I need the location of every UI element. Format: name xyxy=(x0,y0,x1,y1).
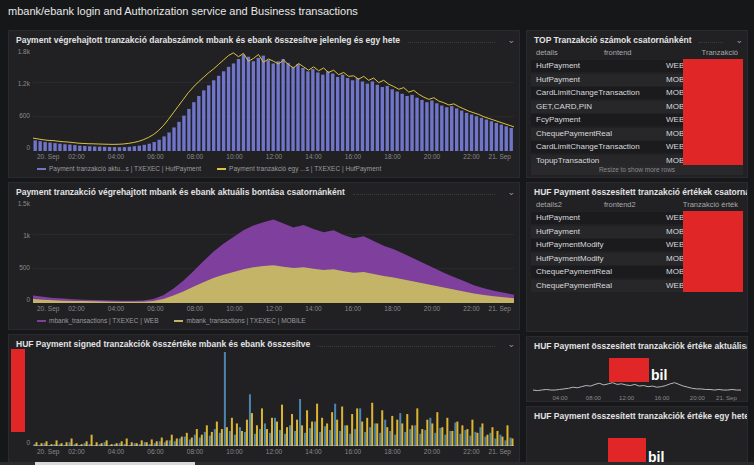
x-tick-label: 20:00 xyxy=(424,448,440,455)
panel-title-rule xyxy=(408,41,495,43)
panel-header: HUF Payment signed tranzakciók összérték… xyxy=(9,335,519,350)
x-tick-label: 10:00 xyxy=(226,305,242,312)
y-tick-label: 1k xyxy=(23,232,30,239)
panel-title[interactable]: HUF Payment összesített tranzakció érték… xyxy=(534,187,748,197)
payment-count-chart[interactable] xyxy=(33,48,514,151)
x-tick-label: 04:00 xyxy=(108,153,124,160)
chevron-down-icon[interactable]: ⌄ xyxy=(735,36,743,44)
panel-huf-value-current: HUF Payment összesített tranzakciók érté… xyxy=(526,336,748,402)
panel-header: TOP Tranzakció számok csatornánként ⌄ xyxy=(527,31,747,46)
cell-details: ChequePaymentReal xyxy=(536,280,666,292)
table-footer[interactable]: Resize to show more rows xyxy=(531,165,743,175)
x-tick-label: 04:00 xyxy=(553,395,568,401)
huf-signed-value-chart[interactable] xyxy=(33,350,514,446)
chevron-down-icon[interactable]: ⌄ xyxy=(507,188,515,196)
cell-details: HufPaymentModify xyxy=(536,253,666,265)
panel-title-rule xyxy=(699,41,723,43)
legend-item[interactable]: Payment tranzakció egy ...s | TXEXEC | H… xyxy=(217,165,381,172)
panel-title[interactable]: Payment tranzakció végrehajtott mbank és… xyxy=(16,187,345,197)
x-tick-label: 18:00 xyxy=(384,448,400,455)
panel-title-rule xyxy=(318,345,495,347)
cell-details: CardLimitChangeTransaction xyxy=(536,141,666,153)
panel-title[interactable]: HUF Payment signed tranzakciók összérték… xyxy=(16,339,310,349)
y-tick-label: 0 xyxy=(26,144,30,151)
x-tick-label: 14:00 xyxy=(305,305,321,312)
sparkline-x-axis: 04:0008:0012:0016:0020:0021. Sep xyxy=(533,395,741,402)
legend-label: mbank_transactions | TXEXEC | MOBILE xyxy=(186,317,305,324)
x-tick-label: 20. Sep xyxy=(37,305,59,312)
cell-details: FcyPayment xyxy=(536,114,666,126)
y-tick-label: 1.8k xyxy=(18,48,30,55)
x-tick-label: 22:00 xyxy=(463,305,479,312)
redacted-value-block xyxy=(609,358,649,382)
x-axis: 20. Sep02:0004:0006:0008:0010:0012:0014:… xyxy=(37,448,511,456)
redacted-value-block xyxy=(683,211,743,292)
legend-label: Payment tranzakció egy ...s | TXEXEC | H… xyxy=(229,165,381,172)
legend-swatch-icon xyxy=(217,168,226,170)
panel-header: Payment végrehajtott tranzakció darabszá… xyxy=(9,31,519,46)
panel-title[interactable]: HUF Payment összesített tranzakciók érté… xyxy=(534,411,748,421)
x-tick-label: 21. Sep xyxy=(489,153,511,160)
panel-title[interactable]: Payment végrehajtott tranzakció darabszá… xyxy=(16,35,400,45)
redacted-value-block xyxy=(608,438,646,463)
x-axis: 20. Sep02:0004:0006:0008:0010:0012:0014:… xyxy=(37,153,511,161)
column-header[interactable]: details2 xyxy=(536,200,604,209)
panel-header: Payment tranzakció végrehajtott mbank és… xyxy=(9,183,519,198)
x-tick-label: 10:00 xyxy=(226,153,242,160)
panel-title[interactable]: TOP Tranzakció számok csatornánként xyxy=(534,35,691,45)
x-tick-label: 18:00 xyxy=(384,153,400,160)
panel-header: HUF Payment összesített tranzakciók érté… xyxy=(527,337,747,352)
x-tick-label: 04:00 xyxy=(108,448,124,455)
panel-header: HUF Payment összesített tranzakció érték… xyxy=(527,183,747,198)
legend-swatch-icon xyxy=(174,320,183,322)
y-tick-label: 0 xyxy=(26,296,30,303)
x-tick-label: 20:00 xyxy=(424,305,440,312)
cell-details: ChequePaymentReal xyxy=(536,128,666,140)
y-tick-label: 600 xyxy=(19,112,30,119)
x-tick-label: 02:00 xyxy=(68,448,84,455)
x-tick-label: 02:00 xyxy=(68,153,84,160)
cell-details: GET,CARD,PIN xyxy=(536,101,666,113)
legend-item[interactable]: Payment tranzakció aktu...s | TXEXEC | H… xyxy=(37,165,201,172)
panel-title[interactable]: HUF Payment összesített tranzakciók érté… xyxy=(534,341,748,351)
x-tick-label: 20:00 xyxy=(424,153,440,160)
payment-channel-chart[interactable] xyxy=(33,200,514,303)
legend-item[interactable]: mbank_transactions | TXEXEC | MOBILE xyxy=(174,317,305,324)
cell-details: HufPaymentModify xyxy=(536,239,666,251)
redacted-value-block xyxy=(683,59,743,168)
legend-label: mbank_transactions | TXEXEC | WEB xyxy=(49,317,158,324)
dashboard-header: mbank/ebank login and Authorization serv… xyxy=(0,0,754,26)
cell-details: HufPayment xyxy=(536,226,666,238)
x-tick-label: 08:00 xyxy=(586,395,601,401)
column-header[interactable]: Tranzakció érték xyxy=(676,200,738,209)
huf-value-sparkline[interactable] xyxy=(533,381,741,394)
x-tick-label: 21. Sep xyxy=(489,448,511,455)
y-tick-label: 0 xyxy=(26,439,30,446)
chevron-down-icon[interactable]: ⌄ xyxy=(507,36,515,44)
x-tick-label: 04:00 xyxy=(108,305,124,312)
y-tick-label: 500 xyxy=(19,264,30,271)
legend-item[interactable]: mbank_transactions | TXEXEC | WEB xyxy=(37,317,158,324)
panel-payment-channel: Payment tranzakció végrehajtott mbank és… xyxy=(8,182,520,330)
cell-details: HufPayment xyxy=(536,74,666,86)
chart-legend: mbank_transactions | TXEXEC | WEBmbank_t… xyxy=(37,317,511,324)
x-tick-label: 08:00 xyxy=(187,153,203,160)
x-tick-label: 20:00 xyxy=(690,395,705,401)
x-tick-label: 12:00 xyxy=(266,153,282,160)
x-tick-label: 21. Sep xyxy=(489,305,511,312)
x-tick-label: 14:00 xyxy=(305,448,321,455)
x-tick-label: 20. Sep xyxy=(37,448,59,455)
x-tick-label: 20. Sep xyxy=(37,153,59,160)
chart-legend: Payment tranzakció aktu...s | TXEXEC | H… xyxy=(37,165,511,172)
panel-header: HUF Payment összesített tranzakciók érté… xyxy=(527,407,747,422)
cell-details: HufPayment xyxy=(536,60,666,72)
x-tick-label: 12:00 xyxy=(266,305,282,312)
legend-label: Payment tranzakció aktu...s | TXEXEC | H… xyxy=(49,165,201,172)
column-header[interactable]: frontend2 xyxy=(604,200,676,209)
cell-details: HufPayment xyxy=(536,212,666,224)
x-tick-label: 16:00 xyxy=(345,448,361,455)
cell-details: ChequePaymentReal xyxy=(536,266,666,278)
x-tick-label: 12:00 xyxy=(619,395,634,401)
y-tick-label: 1.2k xyxy=(18,80,30,87)
chevron-down-icon[interactable]: ⌄ xyxy=(507,340,515,348)
